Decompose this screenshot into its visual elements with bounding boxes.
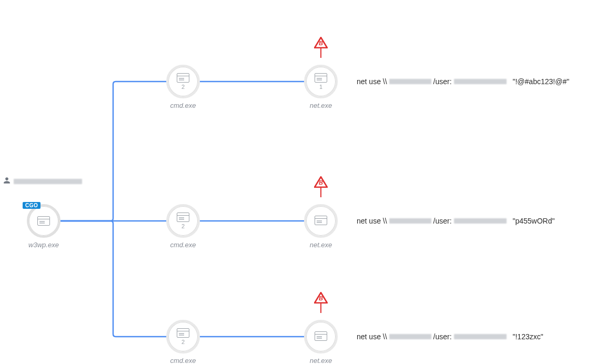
process-node-label: net.exe <box>302 102 339 109</box>
process-count: 2 <box>181 339 185 345</box>
warning-connector <box>320 48 321 58</box>
warning-connector <box>320 304 321 313</box>
process-node-net[interactable]: net.exe <box>302 320 339 364</box>
warning-connector <box>320 188 321 197</box>
cmd-user-prefix: /user: <box>433 77 452 86</box>
window-icon <box>177 73 189 83</box>
warning-triangle-icon: B <box>314 176 328 188</box>
process-node-label: w3wp.exe <box>25 241 62 249</box>
process-node-net[interactable]: 1 net.exe <box>302 65 339 109</box>
process-node-circle[interactable] <box>304 204 338 238</box>
cmd-prefix: net use \\ <box>357 77 387 86</box>
cmd-user-redacted <box>454 79 507 84</box>
process-node-label: cmd.exe <box>165 102 201 109</box>
process-count: 2 <box>181 223 185 229</box>
window-icon <box>177 213 189 222</box>
process-node-circle[interactable]: CGO <box>27 204 60 238</box>
warning-triangle-icon: B <box>314 292 328 304</box>
process-node-root[interactable]: CGO w3wp.exe <box>25 204 62 249</box>
process-node-cmd[interactable]: 2 cmd.exe <box>165 204 201 249</box>
cmd-password: "p455wORd" <box>513 217 555 225</box>
process-node-label: net.exe <box>302 357 339 364</box>
process-node-circle[interactable]: 2 <box>166 204 200 238</box>
window-icon <box>315 331 327 341</box>
cmd-password: "!@#abc123!@#" <box>513 77 570 86</box>
process-node-circle[interactable]: 2 <box>166 65 200 98</box>
window-icon <box>315 216 327 225</box>
command-line: net use \\ /user: "!123zxc" <box>357 332 543 341</box>
cmd-user-prefix: /user: <box>433 217 452 225</box>
cmd-user-redacted <box>454 334 507 339</box>
cmd-prefix: net use \\ <box>357 332 387 341</box>
badge-cgo: CGO <box>23 202 41 209</box>
window-icon <box>177 328 189 338</box>
process-node-circle[interactable] <box>304 320 338 353</box>
warning-triangle-icon: B <box>314 37 328 48</box>
user-icon <box>3 177 11 186</box>
cmd-host-redacted <box>389 334 431 339</box>
process-count: 2 <box>181 84 185 90</box>
user-identity-row <box>3 177 82 186</box>
process-node-circle[interactable]: 2 <box>166 320 200 353</box>
cmd-host-redacted <box>389 79 431 84</box>
cmd-prefix: net use \\ <box>357 217 387 225</box>
process-node-cmd[interactable]: 2 cmd.exe <box>165 320 201 364</box>
cmd-password: "!123zxc" <box>513 332 543 341</box>
window-icon <box>37 216 50 226</box>
cmd-user-prefix: /user: <box>433 332 452 341</box>
process-node-cmd[interactable]: 2 cmd.exe <box>165 65 201 109</box>
process-count: 1 <box>319 84 322 90</box>
process-node-label: cmd.exe <box>165 357 201 364</box>
warning-letter: B <box>314 295 328 301</box>
process-node-label: cmd.exe <box>165 241 201 249</box>
process-node-label: net.exe <box>302 241 339 249</box>
connector-layer <box>0 0 616 364</box>
process-node-net[interactable]: net.exe <box>302 204 339 249</box>
warning-letter: B <box>314 179 328 186</box>
user-name-redacted <box>14 179 82 184</box>
window-icon <box>315 73 327 83</box>
process-node-circle[interactable]: 1 <box>304 65 338 98</box>
command-line: net use \\ /user: "!@#abc123!@#" <box>357 77 569 86</box>
warning-letter: B <box>314 40 328 46</box>
cmd-host-redacted <box>389 218 431 224</box>
cmd-user-redacted <box>454 218 507 224</box>
command-line: net use \\ /user: "p455wORd" <box>357 217 554 225</box>
